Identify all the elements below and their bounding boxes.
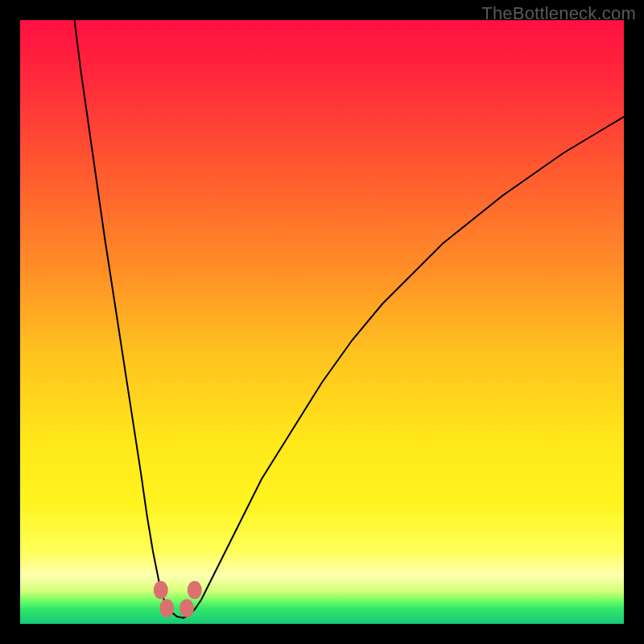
watermark-text: TheBottleneck.com — [481, 3, 636, 24]
marker-dot-0 — [154, 581, 168, 600]
marker-dot-3 — [188, 581, 202, 600]
marker-dot-2 — [180, 599, 194, 617]
chart-frame — [20, 20, 624, 624]
chart-background — [20, 20, 624, 624]
marker-dot-1 — [159, 599, 174, 617]
chart-svg — [20, 20, 624, 624]
